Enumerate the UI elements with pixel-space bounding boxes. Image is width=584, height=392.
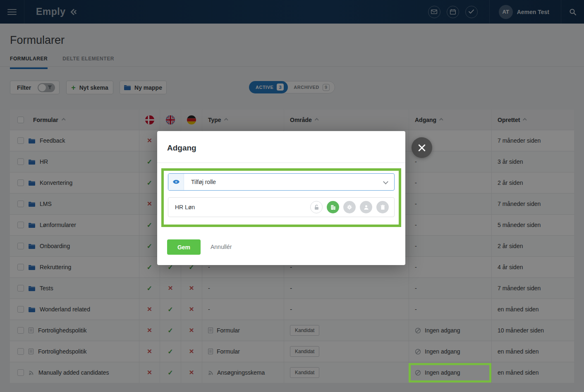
eye-iconbox bbox=[168, 174, 184, 190]
role-select-placeholder: Tilføj rolle bbox=[191, 179, 216, 185]
gear-icon bbox=[347, 204, 352, 210]
cancel-button[interactable]: Annullér bbox=[211, 244, 232, 250]
role-row: HR Løn bbox=[168, 197, 395, 217]
add-role-select[interactable]: Tilføj rolle bbox=[168, 173, 395, 191]
chevron-down-icon bbox=[383, 179, 388, 184]
trash-icon bbox=[381, 205, 385, 210]
modal-divider bbox=[157, 163, 405, 163]
department-button[interactable] bbox=[327, 201, 339, 213]
save-button[interactable]: Gem bbox=[167, 239, 201, 255]
modal-title: Adgang bbox=[167, 143, 196, 153]
user-access-button[interactable] bbox=[360, 201, 372, 213]
unlock-button[interactable] bbox=[310, 201, 323, 213]
settings-button[interactable] bbox=[343, 201, 356, 213]
eye-icon bbox=[173, 180, 180, 184]
close-icon[interactable] bbox=[412, 137, 432, 158]
role-name: HR Løn bbox=[175, 204, 310, 210]
delete-role-button[interactable] bbox=[376, 201, 389, 213]
building-icon bbox=[330, 205, 336, 210]
adgang-modal: Adgang Tilføj rolle HR Løn Gem Annullér bbox=[157, 131, 405, 265]
person-icon bbox=[364, 205, 369, 210]
unlock-icon bbox=[314, 204, 319, 210]
